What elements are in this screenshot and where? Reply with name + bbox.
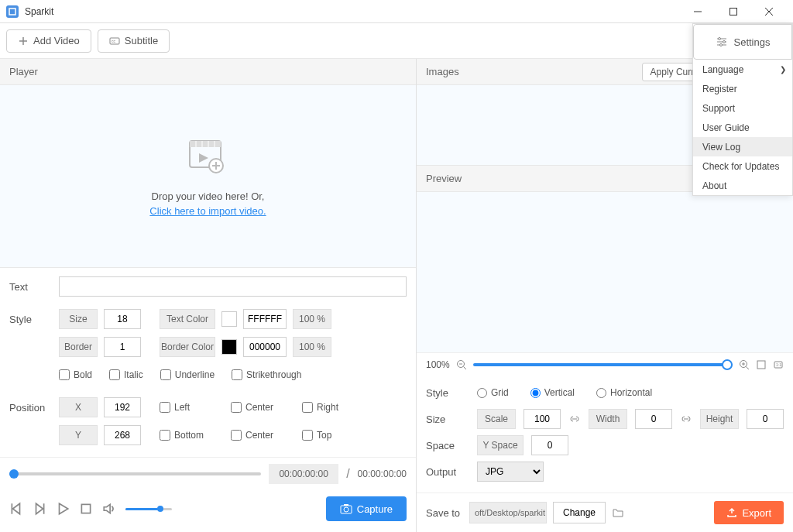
height-input[interactable]	[747, 409, 784, 429]
text-label: Text	[9, 281, 53, 293]
border-color-swatch[interactable]	[221, 339, 237, 355]
border-color-input[interactable]	[243, 337, 287, 357]
plus-icon	[18, 36, 29, 46]
scale-stub: Scale	[477, 409, 516, 429]
actual-size-icon[interactable]: 1:1	[773, 359, 784, 370]
underline-checkbox[interactable]: Underline	[160, 369, 215, 380]
border-opacity[interactable]: 100 %	[293, 337, 331, 357]
cc-icon: cc	[109, 36, 120, 46]
align-bottom[interactable]: Bottom	[160, 430, 214, 441]
svg-rect-36	[757, 361, 765, 369]
change-path-button[interactable]: Change	[553, 502, 606, 523]
output-select[interactable]: JPG	[477, 462, 544, 482]
scale-input[interactable]	[524, 409, 561, 429]
player-header: Player	[0, 59, 416, 85]
sliders-icon	[716, 36, 728, 47]
next-frame-button[interactable]	[33, 502, 46, 516]
y-input[interactable]	[104, 425, 141, 445]
align-center-h[interactable]: Center	[231, 402, 285, 413]
seek-slider[interactable]	[9, 472, 261, 475]
close-button[interactable]	[751, 0, 787, 23]
align-center-v[interactable]: Center	[231, 430, 285, 441]
time-current: 00:00:00:00	[269, 464, 338, 484]
border-stub: Border	[59, 337, 98, 357]
x-input[interactable]	[104, 397, 141, 417]
svg-text:1:1: 1:1	[776, 362, 781, 367]
border-input[interactable]	[104, 337, 141, 357]
align-left[interactable]: Left	[160, 402, 214, 413]
volume-slider[interactable]	[125, 508, 172, 510]
svg-rect-28	[344, 504, 348, 506]
zoom-in-icon[interactable]	[739, 359, 750, 370]
text-color-swatch[interactable]	[221, 311, 237, 327]
drop-instruction: Drop your video here! Or,	[152, 190, 265, 202]
text-input[interactable]	[59, 276, 407, 297]
align-right[interactable]: Right	[302, 402, 356, 413]
prev-frame-button[interactable]	[9, 502, 23, 516]
strike-checkbox[interactable]: Strikethrough	[232, 369, 301, 380]
style-vertical-radio[interactable]: Vertical	[530, 387, 575, 398]
text-color-input[interactable]	[243, 309, 287, 329]
menu-item-check-for-updates[interactable]: Check for Updates	[693, 156, 792, 176]
export-button[interactable]: Export	[714, 501, 784, 524]
open-folder-icon[interactable]	[612, 506, 624, 519]
import-video-link[interactable]: Click here to import video.	[149, 205, 266, 217]
zoom-out-icon[interactable]	[456, 359, 467, 370]
capture-button[interactable]: Capture	[326, 496, 407, 521]
minimize-button[interactable]	[680, 0, 716, 23]
stop-button[interactable]	[79, 502, 93, 516]
size-stub: Size	[59, 309, 98, 329]
menu-item-user-guide[interactable]: User Guide	[693, 118, 792, 137]
svg-marker-21	[36, 503, 43, 514]
align-top[interactable]: Top	[302, 430, 356, 441]
menu-item-support[interactable]: Support	[693, 98, 792, 118]
menu-item-view-log[interactable]: View Log	[693, 137, 792, 156]
save-path-display: oft/Desktop/sparkit	[469, 502, 547, 523]
fit-screen-icon[interactable]	[756, 359, 767, 370]
yspace-input[interactable]	[531, 435, 568, 455]
space-label: Space	[426, 440, 469, 451]
maximize-button[interactable]	[716, 0, 751, 23]
svg-rect-10	[190, 141, 221, 147]
menu-item-about[interactable]: About	[693, 176, 792, 195]
link-wh-icon[interactable]	[680, 413, 692, 425]
bold-checkbox[interactable]: Bold	[59, 369, 92, 380]
width-input[interactable]	[635, 409, 672, 429]
italic-checkbox[interactable]: Italic	[109, 369, 143, 380]
svg-rect-2	[730, 8, 737, 15]
zoom-slider[interactable]	[473, 363, 733, 366]
export-icon	[726, 507, 737, 518]
menu-item-register[interactable]: Register	[693, 79, 792, 98]
svg-marker-15	[199, 153, 208, 163]
svg-line-33	[747, 367, 750, 370]
menu-item-language[interactable]: Language❯	[693, 60, 792, 79]
add-video-button[interactable]: Add Video	[6, 29, 91, 53]
svg-point-44	[719, 44, 722, 46]
play-button[interactable]	[56, 502, 70, 516]
size-input[interactable]	[104, 309, 141, 329]
svg-marker-23	[60, 503, 68, 514]
output-label: Output	[426, 466, 469, 478]
volume-icon[interactable]	[102, 502, 116, 516]
timeline: 00:00:00:00 / 00:00:00:00	[0, 457, 416, 490]
svg-rect-24	[81, 504, 90, 513]
style-horizontal-radio[interactable]: Horizontal	[596, 387, 652, 398]
app-icon	[6, 5, 19, 18]
settings-button[interactable]: Settings	[693, 24, 792, 60]
svg-line-30	[463, 367, 466, 370]
preview-panel	[417, 192, 793, 352]
svg-text:cc: cc	[112, 39, 116, 43]
app-title: Sparkit	[25, 6, 680, 17]
link-scale-icon[interactable]	[568, 413, 581, 425]
player-drop-zone[interactable]: Drop your video here! Or, Click here to …	[0, 85, 416, 268]
subtitle-button[interactable]: cc Subtitle	[98, 29, 170, 53]
position-label: Position	[9, 402, 53, 414]
text-opacity[interactable]: 100 %	[293, 309, 331, 329]
svg-point-42	[723, 41, 725, 43]
style-grid-radio[interactable]: Grid	[477, 387, 509, 398]
zoom-percent: 100%	[426, 359, 450, 370]
svg-point-27	[344, 507, 348, 512]
preview-style-label: Style	[426, 387, 469, 399]
camera-icon	[340, 503, 352, 514]
y-stub: Y	[59, 425, 98, 445]
